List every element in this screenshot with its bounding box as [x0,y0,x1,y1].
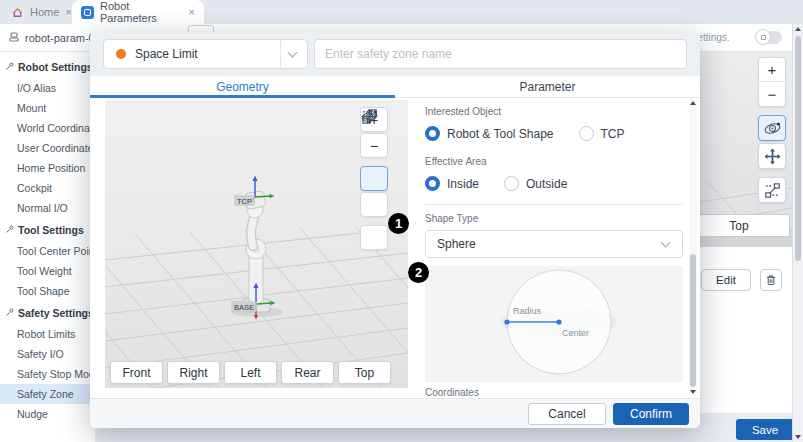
tab-geometry[interactable]: Geometry [90,76,395,97]
chevron-down-icon [288,48,298,58]
sidebar-item-home-position[interactable]: Home Position [0,158,95,178]
radio-inside[interactable] [425,176,440,191]
scroll-down-icon[interactable] [690,390,696,394]
sidebar-item-user-coordinates[interactable]: User Coordinates [0,138,95,158]
dialog-tabs: Geometry Parameter [90,76,700,98]
cancel-button[interactable]: Cancel [528,403,606,425]
sphere-diagram: Radius Center [425,266,683,382]
sidebar-item-world-coordinates[interactable]: World Coordinates [0,118,95,138]
tools-icon [5,61,14,73]
page-scrollbar[interactable] [792,24,803,442]
sidebar-item-cockpit[interactable]: Cockpit [0,178,95,198]
dialog-header: Space Limit [90,32,700,76]
sidebar-item-tool-center-point[interactable]: Tool Center Point [0,241,95,261]
app-screen: Home × Robot Parameters × robot-param-01… [0,0,803,442]
tools-icon [5,307,14,319]
effective-area-label: Effective Area [425,156,683,167]
option-outside[interactable]: Outside [504,176,567,191]
sidebar-item-safety-zone[interactable]: Safety Zone [0,384,95,404]
measure-tool-button[interactable] [758,177,786,203]
callout-badge-1: 1 [388,213,409,234]
edit-button[interactable]: Edit [701,269,751,291]
orbit-tool-button[interactable] [758,115,786,141]
zone-color-dot [116,49,126,59]
scrollbar-thumb[interactable] [690,254,696,387]
app-tab-bar: Home × Robot Parameters × [0,0,803,24]
base-label: BASE [234,303,254,312]
confirm-button[interactable]: Confirm [613,403,689,425]
scroll-up-icon[interactable] [690,101,696,105]
measure-tool-button[interactable] [360,225,388,250]
zone-name-input[interactable] [314,39,687,69]
zone-type-select[interactable]: Space Limit [103,39,308,69]
orbit-icon [763,119,782,138]
view-rear-button[interactable]: Rear [281,361,334,384]
callout-badge-2: 2 [408,262,429,283]
orbit-tool-button[interactable] [360,166,388,191]
radius-label: Radius [513,306,542,316]
trash-icon [764,273,778,287]
option-tcp[interactable]: TCP [579,126,625,141]
view-top-button[interactable]: Top [338,361,391,384]
view-front-button[interactable]: Front [110,361,163,384]
shape-type-select[interactable]: Sphere [425,230,683,258]
panel-scrollbar[interactable] [689,99,697,396]
shape-type-label: Shape Type [425,213,683,224]
background-top-view-button[interactable]: Top [688,214,790,237]
sidebar-item-io-alias[interactable]: I/O Alias [0,78,95,98]
chevron-down-icon [661,238,671,248]
close-icon[interactable]: × [65,6,71,18]
viewer-controls: + − [360,107,388,251]
sidebar-group-tool-settings: Tool Settings [0,218,95,241]
sidebar-item-mount[interactable]: Mount [0,98,95,118]
radio-tcp[interactable] [579,126,594,141]
zoom-in-button[interactable]: + [759,58,785,82]
radio-outside[interactable] [504,176,519,191]
tab-parameter[interactable]: Parameter [395,76,700,97]
sidebar-item-tool-shape[interactable]: Tool Shape [0,281,95,301]
option-inside[interactable]: Inside [425,176,479,191]
option-robot-tool-shape[interactable]: Robot & Tool Shape [425,126,554,141]
settings-sidebar: Robot Settings I/O Alias Mount World Coo… [0,52,95,442]
dialog-body: TCP BASE + − [90,98,700,398]
view-right-button[interactable]: Right [167,361,220,384]
dialog-footer: Cancel Confirm [90,398,700,428]
zoom-out-button[interactable]: − [759,82,785,106]
tools-icon [5,224,14,236]
sidebar-item-normal-io[interactable]: Normal I/O [0,198,95,218]
scrollbar-thumb[interactable] [795,36,801,261]
sidebar-group-robot-settings: Robot Settings [0,55,95,78]
tab-robot-parameters[interactable]: Robot Parameters × [72,0,204,24]
zone-settings-panel: Interested Object Robot & Tool Shape TCP… [425,98,683,398]
measure-icon [360,107,379,126]
sidebar-item-safety-io[interactable]: Safety I/O [0,344,95,364]
measure-icon [763,181,782,200]
zoom-out-button[interactable]: − [360,133,388,158]
radio-robot-tool-shape[interactable] [425,126,440,141]
settings-lock-toggle[interactable] [756,31,782,44]
sidebar-item-tool-weight[interactable]: Tool Weight [0,261,95,281]
save-button[interactable]: Save [736,419,794,440]
close-icon[interactable]: × [189,6,195,18]
view-buttons: Front Right Left Rear Top [110,361,391,384]
tcp-label: TCP [237,197,252,206]
scroll-up-icon[interactable] [795,27,801,31]
zone-type-value: Space Limit [135,47,280,61]
sidebar-item-nudge[interactable]: Nudge [0,404,95,424]
center-label: Center [562,328,589,338]
tab-label: Robot Parameters [100,0,183,24]
home-icon [11,6,24,19]
pan-tool-button[interactable] [360,192,388,217]
robot-3d-viewer[interactable]: TCP BASE + − [105,100,408,388]
scroll-down-icon[interactable] [795,435,801,439]
sidebar-item-robot-limits[interactable]: Robot Limits [0,324,95,344]
interested-object-label: Interested Object [425,106,683,117]
pan-tool-button[interactable] [758,143,786,169]
delete-button[interactable] [760,269,782,291]
coordinates-label: Coordinates [425,387,683,398]
view-left-button[interactable]: Left [224,361,277,384]
shape-type-value: Sphere [437,237,476,251]
pan-icon [763,147,782,166]
sidebar-item-safety-stop-modes[interactable]: Safety Stop Modes [0,364,95,384]
tab-home[interactable]: Home × [2,0,81,24]
